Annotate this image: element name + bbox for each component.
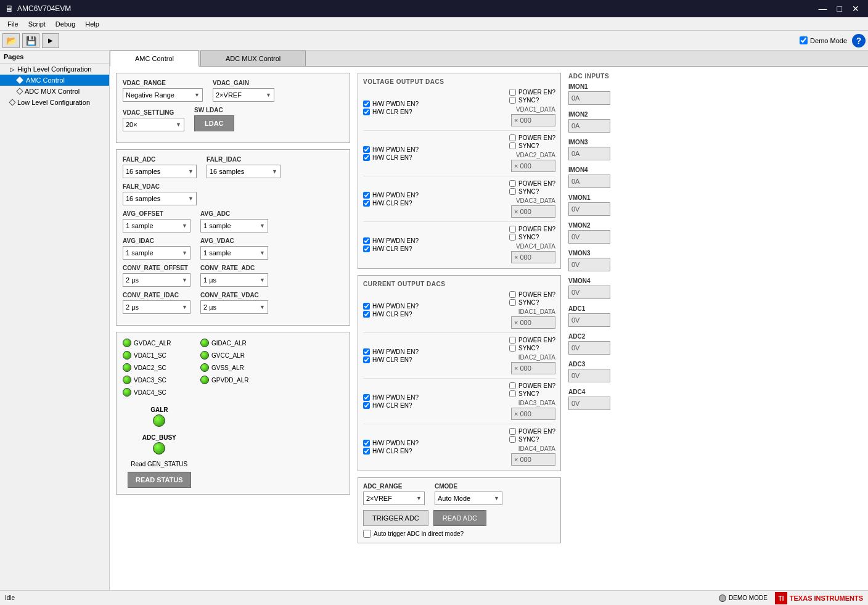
avg-adc-select[interactable]: 1 sample ▼ [200,219,268,233]
vdac-settling-select[interactable]: 20× ▼ [123,118,184,131]
ti-logo-group: TI TEXAS INSTRUMENTS [775,592,863,604]
sw-ldac-label: SW LDAC [194,107,234,113]
demo-mode-checkbox[interactable] [800,36,808,44]
vdac1-hwpwdn-checkbox[interactable] [363,101,370,107]
menu-file[interactable]: File [2,19,23,29]
imon4-input[interactable] [568,175,610,188]
idac4-data-input[interactable] [511,453,555,466]
vdac1-data-input[interactable] [511,114,555,126]
idac4-hwpwdn-checkbox[interactable] [363,440,370,447]
adc1-input[interactable] [568,313,610,327]
falr-adc-select[interactable]: 16 samples ▼ [123,165,197,178]
idac1-poweren-checkbox[interactable] [509,291,516,298]
sidebar-item-amc-control[interactable]: AMC Control [0,75,109,86]
adc4-input[interactable] [568,397,610,410]
imon3-input[interactable] [568,147,610,160]
app-icon: 🖥 [5,4,14,14]
vdac-gain-select[interactable]: 2×VREF ▼ [213,88,274,102]
vdac4-hwclr-checkbox[interactable] [363,245,370,252]
idac1-data-input[interactable] [511,316,555,329]
falr-vdac-select[interactable]: 16 samples ▼ [123,192,197,205]
toolbar-folder-open[interactable]: 📂 [2,33,20,48]
sidebar-item-high-level[interactable]: ▷ High Level Configuration [0,64,109,75]
toolbar-run[interactable]: ▶ [42,33,59,48]
help-icon-btn[interactable]: ? [852,34,866,47]
idac4-hwclr-checkbox[interactable] [363,448,370,455]
idac4-poweren-checkbox[interactable] [509,428,516,435]
conv-rate-idac-select[interactable]: 2 µs ▼ [123,300,190,314]
adc-range-select[interactable]: 2×VREF ▼ [363,492,425,505]
idac2-hwpwdn-checkbox[interactable] [363,348,370,355]
vdac1-sync-checkbox[interactable] [509,97,516,104]
vdac2-hwpwdn-checkbox[interactable] [363,146,370,153]
idac2-hwclr-checkbox[interactable] [363,356,370,363]
vdac2-sync-checkbox[interactable] [509,142,516,149]
vdac2-hwclr-checkbox[interactable] [363,154,370,161]
idac3-poweren-checkbox[interactable] [509,382,516,389]
idac3-sync-checkbox[interactable] [509,390,516,397]
trigger-adc-button[interactable]: TRIGGER ADC [363,510,428,526]
idac2-data-input[interactable] [511,362,555,374]
avg-idac-select[interactable]: 1 sample ▼ [123,246,190,260]
minimize-button[interactable]: — [815,2,831,15]
conv-rate-vdac-select[interactable]: 2 µs ▼ [200,300,268,314]
falr-idac-select[interactable]: 16 samples ▼ [207,165,280,178]
maximize-button[interactable]: □ [833,2,846,15]
led-vdac1-sc [123,351,131,360]
idac2-sync-checkbox[interactable] [509,345,516,352]
vmon1-input[interactable] [568,202,610,216]
idac1-hwclr-checkbox[interactable] [363,311,370,318]
demo-mode-check[interactable]: Demo Mode [800,36,847,44]
vdac2-data-input[interactable] [511,160,555,172]
read-adc-button[interactable]: READ ADC [433,510,486,526]
idac3-data-input[interactable] [511,408,555,420]
vdac3-poweren-checkbox[interactable] [509,180,516,187]
idac4-sync-checkbox[interactable] [509,436,516,443]
vdac2-poweren-checkbox[interactable] [509,134,516,141]
idac3-poweren-row: POWER EN? [509,382,555,389]
vdac4-hwpwdn-checkbox[interactable] [363,237,370,244]
idac1-sync-checkbox[interactable] [509,299,516,306]
read-status-button[interactable]: READ STATUS [128,472,191,488]
menu-help[interactable]: Help [80,19,104,29]
vmon4-input[interactable] [568,286,610,299]
vdac3-hwclr-checkbox[interactable] [363,200,370,207]
adc3-input[interactable] [568,369,610,382]
sidebar-item-adc-mux-control[interactable]: ADC MUX Control [0,86,109,97]
cmode-select[interactable]: Auto Mode ▼ [435,492,502,505]
idac3-hwclr-checkbox[interactable] [363,402,370,409]
voltage-output-dacs-title: VOLTAGE OUTPUT DACS [363,78,555,85]
conv-rate-offset-select[interactable]: 2 µs ▼ [123,273,190,287]
menu-debug[interactable]: Debug [51,19,80,29]
idac3-hwpwdn-checkbox[interactable] [363,394,370,401]
tab-amc-control[interactable]: AMC Control [110,51,199,67]
vdac1-poweren-checkbox[interactable] [509,89,516,96]
vdac4-data-input[interactable] [511,251,555,263]
imon2-input[interactable] [568,119,610,133]
vdac3-sync-checkbox[interactable] [509,188,516,195]
conv-rate-adc-select[interactable]: 1 µs ▼ [200,273,268,287]
imon1-input[interactable] [568,91,610,105]
avg-vdac-select[interactable]: 1 sample ▼ [200,246,268,260]
toolbar-save[interactable]: 💾 [22,33,39,48]
ldac-button[interactable]: LDAC [194,115,234,131]
close-button[interactable]: ✕ [848,2,863,15]
auto-trigger-checkbox[interactable] [363,530,371,538]
vdac4-sync-checkbox[interactable] [509,234,516,241]
idac2-poweren-checkbox[interactable] [509,337,516,344]
tab-adc-mux-control[interactable]: ADC MUX Control [200,51,306,66]
menu-script[interactable]: Script [23,19,51,29]
vdac1-hwclr-checkbox[interactable] [363,109,370,115]
indicator-gvss-alr: GVSS_ALR [200,363,268,372]
vdac4-poweren-checkbox[interactable] [509,226,516,233]
vmon3-input[interactable] [568,258,610,271]
vdac-range-select[interactable]: Negative Range ▼ [123,88,203,102]
vmon2-input[interactable] [568,230,610,244]
avg-offset-select[interactable]: 1 sample ▼ [123,219,190,233]
adc2-input[interactable] [568,341,610,355]
vdac3-hwpwdn-checkbox[interactable] [363,192,370,199]
sidebar-item-low-level[interactable]: Low Level Configuration [0,97,109,108]
vdac3-data-input[interactable] [511,205,555,218]
idac1-hwpwdn-label: H/W PWDN EN? [372,303,419,310]
idac1-hwpwdn-checkbox[interactable] [363,303,370,310]
